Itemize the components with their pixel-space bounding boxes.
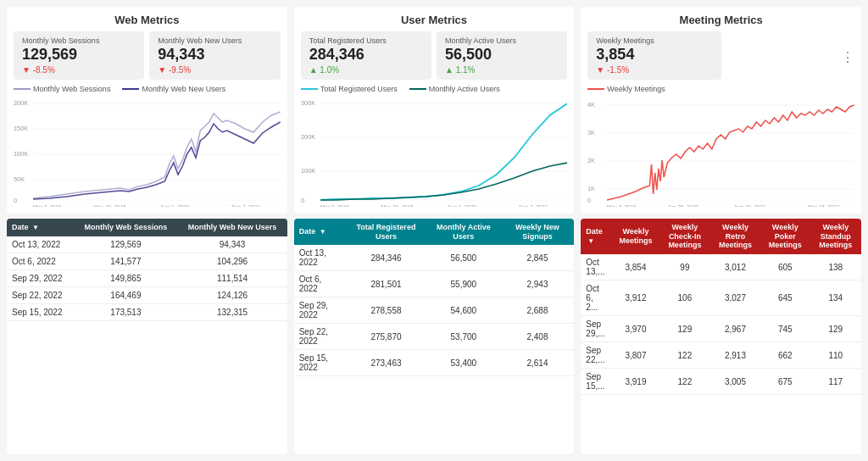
total-registered-card: Total Registered Users 284,346 ▲ 1.0% [301, 31, 431, 80]
svg-text:4K: 4K [587, 102, 595, 108]
user-table-panel: Date ▼ Total Registered Users Monthly Ac… [294, 219, 575, 454]
table-row: Sep 22,...3,8071222,913662110 [581, 342, 861, 369]
user-metrics-panel: User Metrics Total Registered Users 284,… [294, 7, 575, 214]
table-row: Sep 15, 2022173,513132,315 [7, 303, 287, 320]
user-table-wrap[interactable]: Date ▼ Total Registered Users Monthly Ac… [294, 219, 575, 454]
web-table-wrap[interactable]: Date ▼ Monthly Web Sessions Monthly Web … [7, 219, 287, 454]
meeting-th-standup[interactable]: Weekly Standup Meetings [810, 219, 861, 254]
user-table-body: Oct 13, 2022284,34656,5002,845 Oct 6, 20… [294, 245, 575, 376]
user-chart: 300K 200K 100K 0 Mar 7, 2016 May 20, 201… [301, 97, 568, 207]
web-chart-legend: Monthly Web Sessions Monthly Web New Use… [14, 85, 281, 93]
table-row: Oct 13,...3,854993,012605138 [581, 254, 861, 280]
meeting-table-body: Oct 13,...3,854993,012605138 Oct 6, 2...… [581, 254, 861, 395]
user-metric-cards: Total Registered Users 284,346 ▲ 1.0% Mo… [301, 31, 568, 80]
web-sessions-value: 129,569 [22, 47, 136, 64]
weekly-meetings-value: 3,854 [596, 47, 712, 64]
user-legend-active: Monthly Active Users [409, 85, 500, 93]
svg-text:Sep 7, 2021: Sep 7, 2021 [231, 203, 260, 207]
meeting-table-wrap[interactable]: Date ▼ Weekly Meetings Weekly Check-In M… [581, 219, 861, 454]
meeting-table-head: Date ▼ Weekly Meetings Weekly Check-In M… [581, 219, 861, 254]
meeting-table: Date ▼ Weekly Meetings Weekly Check-In M… [581, 219, 861, 395]
svg-text:Aug 1, 2020: Aug 1, 2020 [160, 203, 189, 207]
web-th-newusers[interactable]: Monthly Web New Users [177, 219, 287, 236]
web-new-users-value: 94,343 [158, 47, 271, 64]
web-legend-newusers-line [122, 88, 139, 90]
svg-text:0: 0 [301, 197, 304, 204]
user-th-signups[interactable]: Weekly New Signups [501, 219, 575, 246]
web-th-sessions[interactable]: Monthly Web Sessions [74, 219, 177, 236]
web-table-body: Oct 13, 2022129,56994,343 Oct 6, 2022141… [7, 236, 287, 321]
table-row: Sep 15,...3,9191223,005675117 [581, 369, 861, 395]
web-metrics-panel: Web Metrics Monthly Web Sessions 129,569… [7, 7, 287, 214]
table-row: Sep 15, 2022273,46353,4002,614 [294, 350, 575, 376]
meeting-panel-title: Meeting Metrics [587, 14, 854, 26]
web-legend-newusers: Monthly Web New Users [122, 85, 225, 93]
svg-text:200K: 200K [14, 100, 28, 107]
web-table-panel: Date ▼ Monthly Web Sessions Monthly Web … [7, 219, 287, 454]
meeting-th-poker[interactable]: Weekly Poker Meetings [760, 219, 810, 254]
web-th-date[interactable]: Date ▼ [7, 219, 74, 236]
web-new-users-label: Monthly Web New Users [158, 36, 271, 45]
total-registered-value: 284,346 [309, 47, 423, 64]
svg-text:May 3, 2019: May 3, 2019 [607, 203, 637, 207]
svg-text:Mar 18, 2022: Mar 18, 2022 [808, 203, 840, 207]
web-table-head: Date ▼ Monthly Web Sessions Monthly Web … [7, 219, 287, 236]
meeting-th-retro[interactable]: Weekly Retro Meetings [710, 219, 760, 254]
web-sessions-change: ▼ -8.5% [22, 65, 136, 75]
svg-text:Mar 7, 2016: Mar 7, 2016 [33, 203, 62, 207]
monthly-active-change: ▲ 1.1% [445, 65, 559, 75]
meeting-th-date[interactable]: Date ▼ [581, 219, 612, 254]
monthly-active-value: 56,500 [445, 47, 559, 64]
web-sessions-label: Monthly Web Sessions [22, 36, 136, 45]
table-row: Oct 13, 2022129,56994,343 [7, 236, 287, 253]
meeting-chart: 4K 3K 2K 1K 0 May 3, 2019 Jun 26, 2020 A… [587, 97, 854, 207]
user-th-active[interactable]: Monthly Active Users [426, 219, 500, 246]
svg-text:100K: 100K [14, 151, 28, 158]
total-registered-change: ▲ 1.0% [309, 65, 423, 75]
web-legend-sessions-line [14, 88, 31, 90]
web-new-users-change: ▼ -9.5% [158, 65, 271, 75]
weekly-meetings-card: Weekly Meetings 3,854 ▼ -1.5% [587, 31, 721, 80]
svg-text:0: 0 [14, 197, 17, 204]
svg-text:150K: 150K [14, 125, 28, 132]
meeting-legend-line [587, 88, 604, 90]
tables-section: Date ▼ Monthly Web Sessions Monthly Web … [7, 219, 861, 454]
svg-text:100K: 100K [301, 168, 315, 175]
meeting-th-checkin[interactable]: Weekly Check-In Meetings [659, 219, 711, 254]
user-legend-total-line [301, 88, 318, 90]
monthly-active-label: Monthly Active Users [445, 36, 559, 45]
charts-section: Web Metrics Monthly Web Sessions 129,569… [7, 7, 861, 214]
table-row: Sep 29,...3,9701292,967745129 [581, 316, 861, 342]
user-chart-legend: Total Registered Users Monthly Active Us… [301, 85, 568, 93]
more-options-icon[interactable]: ⋮ [841, 49, 854, 65]
table-row: Oct 6, 2022281,50155,9002,943 [294, 271, 575, 297]
meeting-legend-weekly: Weekly Meetings [587, 85, 665, 93]
user-th-total[interactable]: Total Registered Users [346, 219, 426, 246]
svg-text:Aug 20, 2021: Aug 20, 2021 [734, 203, 766, 207]
svg-text:Jun 26, 2020: Jun 26, 2020 [668, 203, 699, 207]
user-table-head: Date ▼ Total Registered Users Monthly Ac… [294, 219, 575, 246]
table-row: Sep 29, 2022149,865111,514 [7, 269, 287, 286]
web-table: Date ▼ Monthly Web Sessions Monthly Web … [7, 219, 287, 321]
svg-text:0: 0 [587, 197, 591, 204]
table-row: Oct 6, 2...3,9121063,027645134 [581, 280, 861, 316]
web-new-users-card: Monthly Web New Users 94,343 ▼ -9.5% [149, 31, 280, 80]
meeting-chart-legend: Weekly Meetings [587, 85, 854, 93]
user-th-date[interactable]: Date ▼ [294, 219, 346, 246]
meeting-th-weekly[interactable]: Weekly Meetings [612, 219, 659, 254]
monthly-active-card: Monthly Active Users 56,500 ▲ 1.1% [437, 31, 567, 80]
weekly-meetings-change: ▼ -1.5% [596, 65, 712, 75]
svg-text:Mar 7, 2016: Mar 7, 2016 [320, 203, 349, 207]
web-sessions-card: Monthly Web Sessions 129,569 ▼ -8.5% [14, 31, 144, 80]
meeting-metric-cards: Weekly Meetings 3,854 ▼ -1.5% [587, 31, 854, 80]
table-row: Oct 6, 2022141,577104,296 [7, 253, 287, 269]
web-panel-title: Web Metrics [14, 14, 281, 26]
svg-text:May 20, 2018: May 20, 2018 [381, 203, 414, 207]
table-row: Sep 29, 2022278,55854,6002,688 [294, 297, 575, 324]
user-legend-active-line [409, 88, 426, 90]
svg-text:3K: 3K [587, 130, 595, 136]
total-registered-label: Total Registered Users [309, 36, 423, 45]
svg-text:50K: 50K [14, 176, 25, 183]
table-row: Sep 22, 2022275,87053,7002,408 [294, 324, 575, 350]
web-metric-cards: Monthly Web Sessions 129,569 ▼ -8.5% Mon… [14, 31, 281, 80]
